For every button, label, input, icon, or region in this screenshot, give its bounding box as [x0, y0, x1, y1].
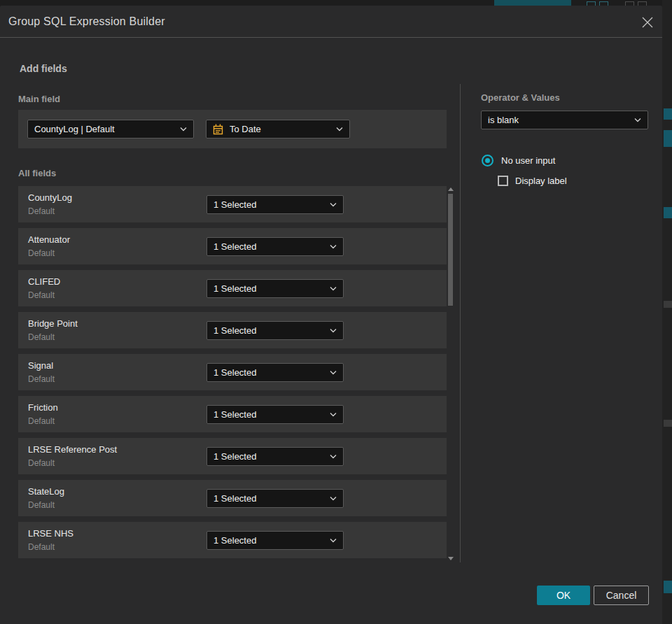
field-name: StateLog: [28, 486, 64, 497]
selection-count: 1 Selected: [214, 325, 324, 336]
all-fields-label: All fields: [18, 168, 56, 178]
scrollbar-up-arrow[interactable]: [447, 186, 454, 192]
panel-divider: [460, 84, 461, 562]
field-name: Attenuator: [28, 234, 70, 245]
chevron-down-icon: [330, 538, 337, 543]
selection-count: 1 Selected: [214, 367, 324, 378]
date-option-dropdown[interactable]: To Date: [206, 120, 350, 139]
field-selection-dropdown[interactable]: 1 Selected: [206, 237, 344, 256]
no-user-input-label: No user input: [501, 155, 555, 166]
field-name: Friction: [28, 402, 58, 413]
field-name: Signal: [28, 360, 53, 371]
chevron-down-icon: [330, 370, 337, 375]
field-layer: Default: [28, 500, 55, 510]
no-user-input-radio[interactable]: No user input: [482, 155, 555, 166]
selection-count: 1 Selected: [214, 493, 324, 504]
display-label-label: Display label: [515, 176, 567, 186]
chevron-down-icon: [330, 202, 337, 207]
field-selection-dropdown[interactable]: 1 Selected: [206, 531, 344, 550]
field-selection-dropdown[interactable]: 1 Selected: [206, 363, 344, 382]
field-layer: Default: [28, 248, 55, 258]
field-name: CountyLog: [28, 192, 72, 203]
chevron-down-icon: [330, 328, 337, 333]
main-field-panel: CountyLog | Default To Date: [18, 110, 447, 148]
chevron-down-icon: [180, 127, 187, 132]
background-fragment: [664, 301, 672, 308]
field-name: LRSE NHS: [28, 528, 74, 539]
background-fragment: [664, 207, 672, 218]
live-view-button[interactable]: Live view: [494, 0, 571, 6]
date-option-dropdown-value: To Date: [230, 124, 330, 134]
field-selection-dropdown[interactable]: 1 Selected: [206, 195, 344, 214]
field-row-bridge-point: Bridge Point Default 1 Selected: [18, 312, 447, 348]
operator-dropdown[interactable]: is blank: [481, 111, 648, 129]
dialog-header: Group SQL Expression Builder: [0, 6, 662, 38]
selection-count: 1 Selected: [214, 241, 324, 252]
field-row-statelog: StateLog Default 1 Selected: [18, 480, 447, 516]
field-row-clifed: CLIFED Default 1 Selected: [18, 270, 447, 306]
selection-count: 1 Selected: [214, 535, 324, 546]
selection-count: 1 Selected: [214, 283, 324, 294]
field-row-friction: Friction Default 1 Selected: [18, 396, 447, 432]
field-selection-dropdown[interactable]: 1 Selected: [206, 489, 344, 508]
background-fragment: [664, 108, 672, 120]
field-layer: Default: [28, 290, 55, 300]
field-layer: Default: [28, 374, 55, 384]
field-name: Bridge Point: [28, 318, 78, 329]
operator-dropdown-value: is blank: [488, 115, 629, 125]
operator-values-label: Operator & Values: [481, 92, 560, 103]
field-row-lrse-nhs: LRSE NHS Default 1 Selected: [18, 522, 447, 558]
calendar-icon: [213, 124, 223, 135]
dialog-title: Group SQL Expression Builder: [8, 15, 165, 28]
field-selection-dropdown[interactable]: 1 Selected: [206, 279, 344, 298]
app-background-right: [662, 0, 672, 624]
chevron-down-icon: [330, 286, 337, 291]
chevron-down-icon: [336, 127, 343, 132]
selection-count: 1 Selected: [214, 199, 324, 210]
cancel-button[interactable]: Cancel: [594, 586, 649, 605]
group-sql-expression-builder-dialog: Group SQL Expression Builder Add fields …: [0, 6, 662, 624]
chevron-down-icon: [634, 118, 641, 122]
field-row-lrse-reference-post: LRSE Reference Post Default 1 Selected: [18, 438, 447, 474]
checkbox-unchecked-icon: [498, 176, 508, 186]
selection-count: 1 Selected: [214, 409, 324, 420]
chevron-down-icon: [330, 496, 337, 501]
field-layer: Default: [28, 458, 55, 468]
chevron-down-icon: [330, 412, 337, 417]
field-layer: Default: [28, 332, 55, 342]
chevron-down-icon: [330, 244, 337, 249]
background-fragment: [664, 130, 672, 147]
ok-button[interactable]: OK: [537, 586, 590, 605]
radio-selected-icon: [482, 155, 493, 166]
main-field-label: Main field: [18, 94, 60, 104]
app-background-top: Live view: [0, 0, 672, 6]
main-field-dropdown[interactable]: CountyLog | Default: [27, 120, 194, 139]
close-button[interactable]: [638, 14, 657, 31]
main-field-dropdown-value: CountyLog | Default: [34, 124, 174, 134]
field-row-attenuator: Attenuator Default 1 Selected: [18, 228, 447, 264]
field-layer: Default: [28, 206, 55, 216]
display-label-checkbox[interactable]: Display label: [498, 176, 567, 186]
field-selection-dropdown[interactable]: 1 Selected: [206, 447, 344, 466]
background-fragment: [664, 581, 672, 593]
scrollbar-down-arrow[interactable]: [447, 555, 454, 561]
field-name: LRSE Reference Post: [28, 444, 117, 455]
field-layer: Default: [28, 416, 55, 426]
background-fragment: [664, 420, 672, 427]
selection-count: 1 Selected: [214, 451, 324, 462]
field-name: CLIFED: [28, 276, 60, 287]
field-row-countylog: CountyLog Default 1 Selected: [18, 186, 447, 222]
field-row-signal: Signal Default 1 Selected: [18, 354, 447, 390]
field-selection-dropdown[interactable]: 1 Selected: [206, 405, 344, 424]
add-fields-heading: Add fields: [20, 63, 67, 74]
field-selection-dropdown[interactable]: 1 Selected: [206, 321, 344, 340]
close-icon: [641, 16, 654, 29]
chevron-down-icon: [330, 454, 337, 459]
scrollbar-thumb[interactable]: [448, 194, 453, 306]
field-layer: Default: [28, 542, 55, 552]
